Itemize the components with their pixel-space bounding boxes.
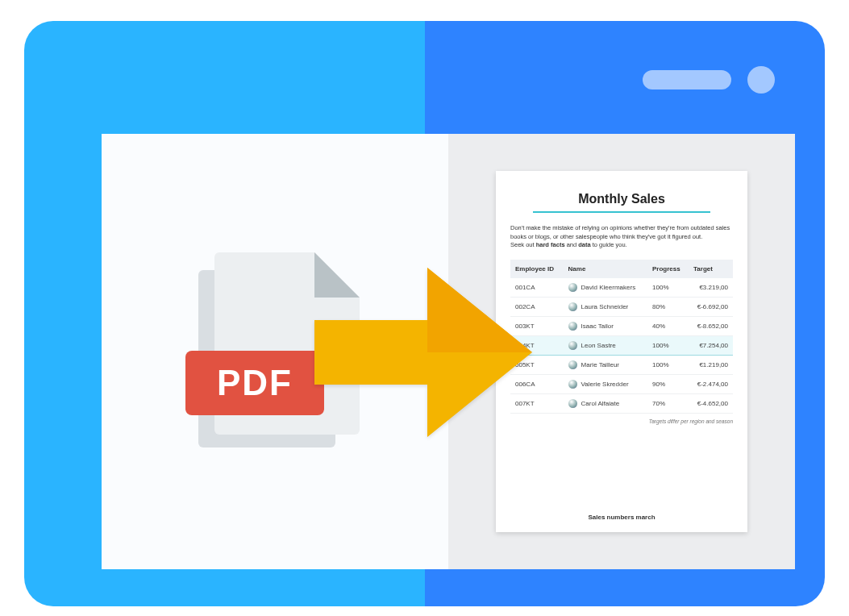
cell-name: David Kleermakers xyxy=(564,278,647,298)
col-progress: Progress xyxy=(647,260,689,278)
sales-table: Employee ID Name Progress Target 001CADa… xyxy=(510,260,733,414)
cell-name: Leon Sastre xyxy=(564,335,647,355)
report-blurb-2c: and xyxy=(565,241,579,248)
cell-progress: 70% xyxy=(647,393,689,413)
table-row: 003KTIsaac Tailor40%€-8.652,00 xyxy=(510,316,733,335)
cell-name: Valerie Skredder xyxy=(564,374,647,393)
window-controls xyxy=(643,66,775,94)
window-control-pill xyxy=(643,70,731,89)
report-blurb: Don't make the mistake of relying on opi… xyxy=(510,224,733,250)
cell-progress: 100% xyxy=(647,335,689,355)
cell-progress: 100% xyxy=(647,355,689,374)
cell-progress: 40% xyxy=(647,316,689,335)
table-header-row: Employee ID Name Progress Target xyxy=(510,260,733,278)
cell-name: Carol Alfaiate xyxy=(564,393,647,413)
cell-name-text: Marie Tailleur xyxy=(581,361,619,368)
pdf-label: PDF xyxy=(217,363,293,403)
report-caption: Sales numbers march xyxy=(510,497,733,524)
avatar-icon xyxy=(568,399,577,408)
cell-target: €7.254,00 xyxy=(689,335,733,355)
cell-name-text: Carol Alfaiate xyxy=(581,400,620,407)
cell-target: €-4.652,00 xyxy=(689,393,733,413)
report-blurb-2e: to guide you. xyxy=(591,241,627,248)
pdf-badge: PDF xyxy=(185,351,324,415)
cell-target: €-8.652,00 xyxy=(689,316,733,335)
cell-progress: 80% xyxy=(647,297,689,316)
cell-target: €-2.474,00 xyxy=(689,374,733,393)
conversion-arrow-icon xyxy=(314,268,532,437)
cell-target: €3.219,00 xyxy=(689,278,733,298)
report-title: Monthly Sales xyxy=(510,192,733,206)
table-row: 007KTCarol Alfaiate70%€-4.652,00 xyxy=(510,393,733,413)
cell-name-text: Valerie Skredder xyxy=(581,381,629,388)
cell-name-text: Isaac Tailor xyxy=(581,323,614,330)
table-row: 002CALaura Schneider80%€-6.692,00 xyxy=(510,297,733,316)
cell-name-text: Leon Sastre xyxy=(581,342,616,349)
avatar-icon xyxy=(568,360,577,369)
cell-progress: 90% xyxy=(647,374,689,393)
col-target: Target xyxy=(689,260,733,278)
avatar-icon xyxy=(568,380,577,389)
report-title-underline xyxy=(533,211,710,213)
report-blurb-2b: hard facts xyxy=(536,241,565,248)
cell-name: Laura Schneider xyxy=(564,297,647,316)
table-row: 005KTMarie Tailleur100%€1.219,00 xyxy=(510,355,733,374)
report-blurb-line1: Don't make the mistake of relying on opi… xyxy=(510,224,730,240)
col-name: Name xyxy=(564,260,647,278)
cell-progress: 100% xyxy=(647,278,689,298)
table-row: 004KTLeon Sastre100%€7.254,00 xyxy=(510,335,733,355)
table-row: 001CADavid Kleermakers100%€3.219,00 xyxy=(510,278,733,298)
cell-target: €1.219,00 xyxy=(689,355,733,374)
report-blurb-2a: Seek out xyxy=(510,241,536,248)
window-control-circle xyxy=(747,66,775,94)
avatar-icon xyxy=(568,283,577,292)
report-footnote: Targets differ per region and season xyxy=(510,418,733,424)
table-row: 006CAValerie Skredder90%€-2.474,00 xyxy=(510,374,733,393)
avatar-icon xyxy=(568,322,577,331)
cell-target: €-6.692,00 xyxy=(689,297,733,316)
cell-name-text: David Kleermakers xyxy=(581,284,636,291)
cell-name-text: Laura Schneider xyxy=(581,303,629,310)
report-document: Monthly Sales Don't make the mistake of … xyxy=(496,171,747,532)
cell-name: Marie Tailleur xyxy=(564,355,647,374)
report-blurb-2d: data xyxy=(578,241,590,248)
cell-name: Isaac Tailor xyxy=(564,316,647,335)
avatar-icon xyxy=(568,341,577,350)
avatar-icon xyxy=(568,302,577,311)
